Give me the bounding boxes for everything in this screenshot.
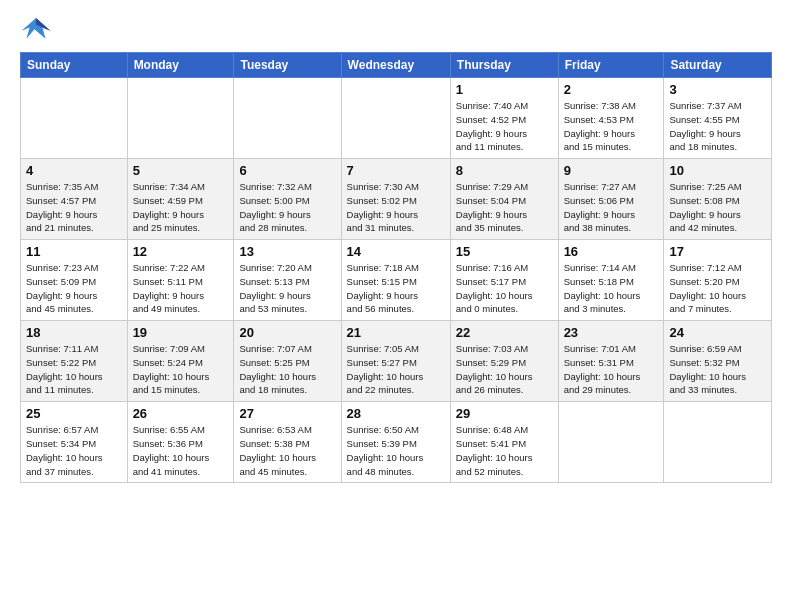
day-detail: Sunrise: 7:11 AM Sunset: 5:22 PM Dayligh…	[26, 342, 122, 397]
day-number: 20	[239, 325, 335, 340]
weekday-thursday: Thursday	[450, 53, 558, 78]
calendar-cell: 29Sunrise: 6:48 AM Sunset: 5:41 PM Dayli…	[450, 402, 558, 483]
day-detail: Sunrise: 7:27 AM Sunset: 5:06 PM Dayligh…	[564, 180, 659, 235]
calendar-cell: 21Sunrise: 7:05 AM Sunset: 5:27 PM Dayli…	[341, 321, 450, 402]
calendar-cell	[558, 402, 664, 483]
logo	[20, 16, 56, 44]
day-detail: Sunrise: 6:59 AM Sunset: 5:32 PM Dayligh…	[669, 342, 766, 397]
week-row-3: 11Sunrise: 7:23 AM Sunset: 5:09 PM Dayli…	[21, 240, 772, 321]
day-detail: Sunrise: 7:14 AM Sunset: 5:18 PM Dayligh…	[564, 261, 659, 316]
calendar-cell: 18Sunrise: 7:11 AM Sunset: 5:22 PM Dayli…	[21, 321, 128, 402]
day-number: 11	[26, 244, 122, 259]
day-detail: Sunrise: 7:22 AM Sunset: 5:11 PM Dayligh…	[133, 261, 229, 316]
day-detail: Sunrise: 7:38 AM Sunset: 4:53 PM Dayligh…	[564, 99, 659, 154]
day-number: 22	[456, 325, 553, 340]
calendar-cell: 28Sunrise: 6:50 AM Sunset: 5:39 PM Dayli…	[341, 402, 450, 483]
day-detail: Sunrise: 7:25 AM Sunset: 5:08 PM Dayligh…	[669, 180, 766, 235]
day-detail: Sunrise: 6:48 AM Sunset: 5:41 PM Dayligh…	[456, 423, 553, 478]
day-detail: Sunrise: 7:07 AM Sunset: 5:25 PM Dayligh…	[239, 342, 335, 397]
weekday-friday: Friday	[558, 53, 664, 78]
calendar-cell: 19Sunrise: 7:09 AM Sunset: 5:24 PM Dayli…	[127, 321, 234, 402]
day-number: 7	[347, 163, 445, 178]
calendar-cell: 15Sunrise: 7:16 AM Sunset: 5:17 PM Dayli…	[450, 240, 558, 321]
week-row-1: 1Sunrise: 7:40 AM Sunset: 4:52 PM Daylig…	[21, 78, 772, 159]
calendar-cell: 1Sunrise: 7:40 AM Sunset: 4:52 PM Daylig…	[450, 78, 558, 159]
day-number: 28	[347, 406, 445, 421]
week-row-2: 4Sunrise: 7:35 AM Sunset: 4:57 PM Daylig…	[21, 159, 772, 240]
day-number: 4	[26, 163, 122, 178]
day-detail: Sunrise: 7:23 AM Sunset: 5:09 PM Dayligh…	[26, 261, 122, 316]
day-number: 15	[456, 244, 553, 259]
day-detail: Sunrise: 7:20 AM Sunset: 5:13 PM Dayligh…	[239, 261, 335, 316]
calendar-cell: 23Sunrise: 7:01 AM Sunset: 5:31 PM Dayli…	[558, 321, 664, 402]
week-row-4: 18Sunrise: 7:11 AM Sunset: 5:22 PM Dayli…	[21, 321, 772, 402]
day-number: 23	[564, 325, 659, 340]
day-detail: Sunrise: 7:05 AM Sunset: 5:27 PM Dayligh…	[347, 342, 445, 397]
calendar-cell: 26Sunrise: 6:55 AM Sunset: 5:36 PM Dayli…	[127, 402, 234, 483]
day-number: 3	[669, 82, 766, 97]
calendar-cell: 27Sunrise: 6:53 AM Sunset: 5:38 PM Dayli…	[234, 402, 341, 483]
day-detail: Sunrise: 6:50 AM Sunset: 5:39 PM Dayligh…	[347, 423, 445, 478]
calendar-cell: 11Sunrise: 7:23 AM Sunset: 5:09 PM Dayli…	[21, 240, 128, 321]
calendar-cell: 13Sunrise: 7:20 AM Sunset: 5:13 PM Dayli…	[234, 240, 341, 321]
calendar-cell: 9Sunrise: 7:27 AM Sunset: 5:06 PM Daylig…	[558, 159, 664, 240]
day-number: 16	[564, 244, 659, 259]
day-number: 2	[564, 82, 659, 97]
day-number: 13	[239, 244, 335, 259]
weekday-saturday: Saturday	[664, 53, 772, 78]
weekday-monday: Monday	[127, 53, 234, 78]
day-number: 29	[456, 406, 553, 421]
day-detail: Sunrise: 6:53 AM Sunset: 5:38 PM Dayligh…	[239, 423, 335, 478]
day-number: 18	[26, 325, 122, 340]
day-detail: Sunrise: 7:30 AM Sunset: 5:02 PM Dayligh…	[347, 180, 445, 235]
day-detail: Sunrise: 7:40 AM Sunset: 4:52 PM Dayligh…	[456, 99, 553, 154]
calendar-cell: 24Sunrise: 6:59 AM Sunset: 5:32 PM Dayli…	[664, 321, 772, 402]
calendar-cell	[21, 78, 128, 159]
weekday-sunday: Sunday	[21, 53, 128, 78]
day-number: 27	[239, 406, 335, 421]
calendar-cell: 8Sunrise: 7:29 AM Sunset: 5:04 PM Daylig…	[450, 159, 558, 240]
day-number: 21	[347, 325, 445, 340]
calendar-cell	[664, 402, 772, 483]
calendar: SundayMondayTuesdayWednesdayThursdayFrid…	[20, 52, 772, 483]
day-number: 26	[133, 406, 229, 421]
weekday-header-row: SundayMondayTuesdayWednesdayThursdayFrid…	[21, 53, 772, 78]
day-detail: Sunrise: 7:16 AM Sunset: 5:17 PM Dayligh…	[456, 261, 553, 316]
day-number: 8	[456, 163, 553, 178]
calendar-cell: 25Sunrise: 6:57 AM Sunset: 5:34 PM Dayli…	[21, 402, 128, 483]
calendar-cell: 14Sunrise: 7:18 AM Sunset: 5:15 PM Dayli…	[341, 240, 450, 321]
calendar-cell: 7Sunrise: 7:30 AM Sunset: 5:02 PM Daylig…	[341, 159, 450, 240]
day-detail: Sunrise: 7:03 AM Sunset: 5:29 PM Dayligh…	[456, 342, 553, 397]
day-detail: Sunrise: 6:57 AM Sunset: 5:34 PM Dayligh…	[26, 423, 122, 478]
calendar-cell: 5Sunrise: 7:34 AM Sunset: 4:59 PM Daylig…	[127, 159, 234, 240]
calendar-cell: 17Sunrise: 7:12 AM Sunset: 5:20 PM Dayli…	[664, 240, 772, 321]
calendar-cell: 2Sunrise: 7:38 AM Sunset: 4:53 PM Daylig…	[558, 78, 664, 159]
day-detail: Sunrise: 7:37 AM Sunset: 4:55 PM Dayligh…	[669, 99, 766, 154]
day-detail: Sunrise: 7:35 AM Sunset: 4:57 PM Dayligh…	[26, 180, 122, 235]
day-number: 12	[133, 244, 229, 259]
calendar-cell: 10Sunrise: 7:25 AM Sunset: 5:08 PM Dayli…	[664, 159, 772, 240]
day-number: 19	[133, 325, 229, 340]
calendar-cell: 20Sunrise: 7:07 AM Sunset: 5:25 PM Dayli…	[234, 321, 341, 402]
day-number: 25	[26, 406, 122, 421]
week-row-5: 25Sunrise: 6:57 AM Sunset: 5:34 PM Dayli…	[21, 402, 772, 483]
day-detail: Sunrise: 7:18 AM Sunset: 5:15 PM Dayligh…	[347, 261, 445, 316]
weekday-tuesday: Tuesday	[234, 53, 341, 78]
day-number: 14	[347, 244, 445, 259]
weekday-wednesday: Wednesday	[341, 53, 450, 78]
day-detail: Sunrise: 7:01 AM Sunset: 5:31 PM Dayligh…	[564, 342, 659, 397]
calendar-cell: 22Sunrise: 7:03 AM Sunset: 5:29 PM Dayli…	[450, 321, 558, 402]
day-detail: Sunrise: 7:09 AM Sunset: 5:24 PM Dayligh…	[133, 342, 229, 397]
calendar-cell: 12Sunrise: 7:22 AM Sunset: 5:11 PM Dayli…	[127, 240, 234, 321]
day-detail: Sunrise: 7:34 AM Sunset: 4:59 PM Dayligh…	[133, 180, 229, 235]
calendar-cell: 3Sunrise: 7:37 AM Sunset: 4:55 PM Daylig…	[664, 78, 772, 159]
day-detail: Sunrise: 7:12 AM Sunset: 5:20 PM Dayligh…	[669, 261, 766, 316]
day-number: 5	[133, 163, 229, 178]
day-number: 10	[669, 163, 766, 178]
day-number: 9	[564, 163, 659, 178]
calendar-cell	[234, 78, 341, 159]
day-number: 1	[456, 82, 553, 97]
day-detail: Sunrise: 7:29 AM Sunset: 5:04 PM Dayligh…	[456, 180, 553, 235]
calendar-cell	[341, 78, 450, 159]
day-detail: Sunrise: 7:32 AM Sunset: 5:00 PM Dayligh…	[239, 180, 335, 235]
